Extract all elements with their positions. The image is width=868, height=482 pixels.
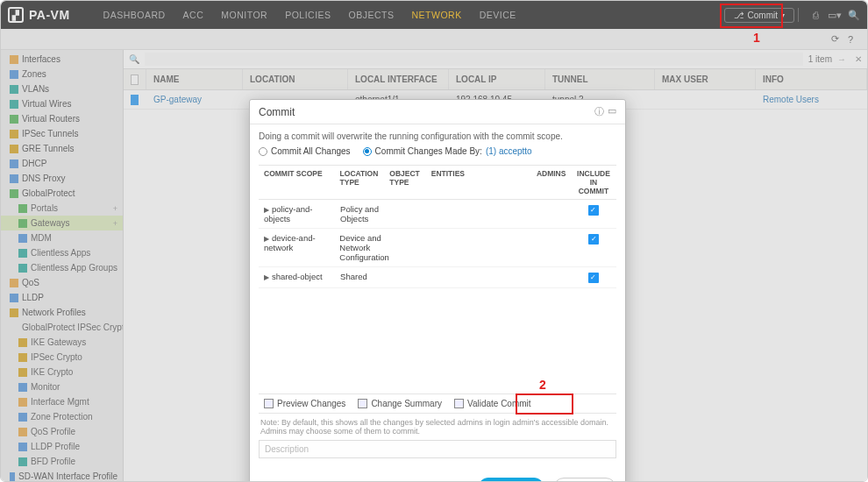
radio-commit-changes-by[interactable]: Commit Changes Made By:(1) acceptto — [363, 146, 532, 156]
hdr-admins: ADMINS — [531, 166, 571, 199]
validate-icon — [454, 399, 464, 408]
scope-row[interactable]: ▶shared-object Shared ✓ — [259, 267, 616, 288]
include-checkbox[interactable]: ✓ — [588, 234, 599, 245]
expand-arrow-icon[interactable]: ▶ — [264, 235, 269, 243]
scope-row[interactable]: ▶device-and-network Device and Network C… — [259, 229, 616, 267]
validate-commit-button[interactable]: Validate Commit — [454, 399, 531, 408]
scope-name: shared-object — [272, 272, 323, 281]
modal-title-text: Commit — [259, 106, 295, 118]
cancel-button[interactable]: Cancel — [553, 478, 616, 483]
include-checkbox[interactable]: ✓ — [588, 273, 599, 283]
scope-ltype: Shared — [335, 267, 385, 286]
scope-table: COMMIT SCOPE LOCATION TYPE OBJECT TYPE E… — [259, 165, 616, 393]
change-summary-button[interactable]: Change Summary — [358, 399, 442, 408]
commit-button[interactable]: ☚Commit — [478, 478, 544, 483]
action-label: Change Summary — [371, 399, 442, 408]
radio-label-text: Commit Changes Made By: — [375, 146, 482, 156]
scope-name: device-and-network — [264, 233, 316, 252]
annotation-label-1: 1 — [753, 31, 760, 45]
action-label: Validate Commit — [467, 399, 531, 408]
summary-icon — [358, 399, 367, 408]
preview-changes-button[interactable]: Preview Changes — [264, 399, 345, 408]
include-checkbox[interactable]: ✓ — [588, 205, 599, 216]
modal-title: Commit ⓘ ▭ — [250, 100, 625, 124]
annotation-label-2: 2 — [539, 378, 546, 392]
expand-arrow-icon[interactable]: ▶ — [264, 273, 269, 281]
hdr-commit-scope: COMMIT SCOPE — [259, 166, 335, 199]
radio-label-text: Commit All Changes — [271, 146, 351, 156]
radio-icon — [259, 147, 267, 156]
hdr-object-type: OBJECT TYPE — [384, 166, 425, 199]
commit-modal: Commit ⓘ ▭ Doing a commit will overwrite… — [249, 99, 626, 482]
hdr-entities: ENTITIES — [426, 166, 531, 199]
scope-row[interactable]: ▶policy-and-objects Policy and Objects ✓ — [259, 200, 616, 229]
description-input[interactable]: Description — [259, 440, 616, 458]
scope-name: policy-and-objects — [264, 204, 312, 223]
scope-ltype: Device and Network Configuration — [334, 229, 387, 266]
modal-window-icon[interactable]: ▭ — [608, 105, 616, 118]
hdr-include-in-commit: INCLUDE IN COMMIT — [571, 166, 616, 199]
modal-intro: Doing a commit will overwrite the runnin… — [259, 131, 616, 141]
preview-icon — [264, 399, 274, 408]
action-label: Preview Changes — [277, 399, 345, 408]
expand-arrow-icon[interactable]: ▶ — [264, 206, 269, 214]
modal-help-icon[interactable]: ⓘ — [594, 105, 604, 118]
admin-link[interactable]: (1) acceptto — [486, 146, 532, 156]
hdr-location-type: LOCATION TYPE — [335, 166, 385, 199]
radio-commit-all[interactable]: Commit All Changes — [259, 146, 351, 156]
scope-ltype: Policy and Objects — [335, 200, 385, 228]
modal-note: Note: By default, this shows all the cha… — [259, 414, 616, 440]
radio-on-icon — [363, 147, 372, 156]
